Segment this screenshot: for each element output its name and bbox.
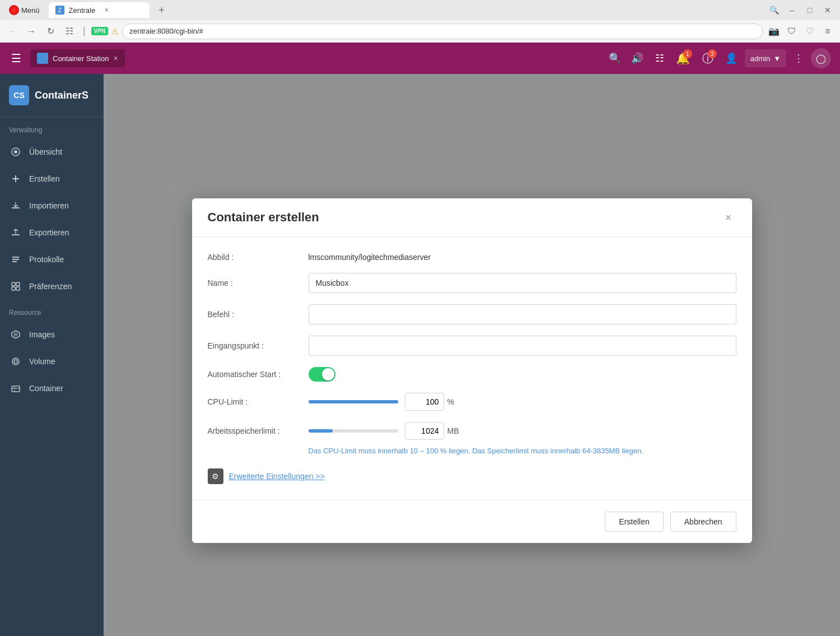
user-profile-button[interactable]: 👤 [722, 49, 740, 67]
close-browser-button[interactable]: ✕ [820, 2, 836, 18]
memory-slider-track[interactable] [309, 429, 398, 433]
forward-button[interactable]: → [24, 24, 39, 39]
eingangspunkt-row: Eingangspunkt : [208, 336, 736, 356]
search-browser-button[interactable]: 🔍 [766, 2, 782, 18]
opera-menu-button[interactable]: Menü [4, 3, 44, 17]
cpu-slider-track[interactable] [309, 400, 398, 403]
svg-rect-3 [15, 175, 16, 182]
importieren-icon [9, 199, 22, 212]
create-container-modal: Container erstellen × Abbild : lmscommun… [192, 198, 752, 543]
more-options-button[interactable]: ⋮ [791, 50, 806, 66]
tab-close-button[interactable]: × [102, 6, 111, 15]
exportieren-icon [9, 226, 22, 239]
protokolle-icon [9, 253, 22, 266]
importieren-label: Importieren [29, 201, 69, 210]
sidebar-item-protokolle[interactable]: Protokolle [0, 246, 104, 273]
memory-slider-row: MB [309, 422, 736, 440]
svg-rect-10 [16, 282, 20, 286]
svg-rect-8 [12, 261, 17, 262]
modal-close-button[interactable]: × [721, 210, 736, 225]
menu-dots-button[interactable]: ≡ [820, 24, 836, 39]
tab-title: Zentrale [69, 6, 96, 15]
info-notification-button[interactable]: ⓘ 3 [698, 48, 718, 68]
cpu-slider-fill [309, 400, 398, 403]
reload-button[interactable]: ↻ [43, 24, 58, 39]
name-input[interactable] [309, 273, 736, 293]
browser-tab[interactable]: Z Zentrale × [49, 2, 150, 18]
sidebar-item-images[interactable]: Images [0, 321, 104, 348]
minimize-button[interactable]: – [784, 2, 800, 18]
svg-rect-4 [12, 207, 20, 208]
sidebar-item-importieren[interactable]: Importieren [0, 192, 104, 219]
svg-rect-17 [12, 386, 20, 392]
svg-point-1 [14, 150, 17, 154]
cpu-input[interactable] [405, 393, 444, 411]
svg-rect-11 [12, 287, 15, 290]
advanced-settings-label: Erweiterte Einstellungen >> [229, 472, 325, 481]
app-tab-close-button[interactable]: × [113, 54, 118, 63]
abbild-row: Abbild : lmscommunity/logitechmediaserve… [208, 253, 736, 262]
app-container: CS ContainerS Verwaltung Übersicht Erste… [0, 74, 840, 636]
search-app-button[interactable]: 🔍 [606, 49, 624, 67]
address-bar[interactable]: zentrale:8080/cgi-bin/# [122, 24, 763, 39]
cpu-limit-label: CPU-Limit : [208, 397, 309, 406]
name-label: Name : [208, 278, 309, 287]
bell-badge: 1 [683, 49, 692, 58]
shield-button[interactable]: 🛡 [784, 24, 800, 39]
volume-button[interactable]: 🔊 [628, 49, 646, 67]
sidebar-item-erstellen[interactable]: Erstellen [0, 165, 104, 192]
menu-label: Menü [21, 6, 40, 15]
autostart-toggle[interactable] [309, 367, 335, 382]
cancel-button[interactable]: Abbrechen [670, 512, 736, 532]
user-menu-button[interactable]: admin ▼ [745, 49, 786, 67]
screenshot-button[interactable]: 📷 [766, 24, 782, 39]
warning-icon: ⚠ [111, 27, 119, 36]
tab-favicon: Z [55, 6, 64, 15]
dashboard-button[interactable]: ◯ [811, 48, 831, 68]
cpu-input-group: % [405, 393, 454, 411]
sidebar-section-management: Verwaltung [0, 117, 104, 138]
vpn-badge[interactable]: VPN [91, 27, 109, 35]
app-header: ☰ Container Station × 🔍 🔊 ☷ 🔔 1 ⓘ 3 👤 ad… [0, 43, 840, 74]
info-badge: 3 [708, 49, 717, 58]
ubersicht-label: Übersicht [29, 147, 62, 156]
bookmark-button[interactable]: ♡ [802, 24, 818, 39]
abbild-label: Abbild : [208, 253, 309, 262]
new-tab-button[interactable]: + [154, 2, 170, 18]
sidebar-item-praferenzen[interactable]: Präferenzen [0, 273, 104, 300]
hint-row: Das CPU-Limit muss innerhalb 10 – 100 % … [309, 444, 736, 455]
images-label: Images [29, 330, 55, 339]
befehl-input[interactable] [309, 304, 736, 324]
volume-icon [9, 355, 22, 368]
sidebar-item-volume[interactable]: Volume [0, 348, 104, 375]
sidebar-item-ubersicht[interactable]: Übersicht [0, 138, 104, 165]
images-icon [9, 328, 22, 341]
memory-input[interactable] [405, 422, 444, 440]
app-tab[interactable]: Container Station × [30, 49, 125, 67]
window-controls: 🔍 – □ ✕ [766, 2, 836, 18]
eingangspunkt-input[interactable] [309, 336, 736, 356]
abbild-value: lmscommunity/logitechmediaserver [309, 253, 431, 262]
advanced-settings-link[interactable]: ⚙ Erweiterte Einstellungen >> [208, 468, 736, 484]
maximize-button[interactable]: □ [802, 2, 818, 18]
create-button[interactable]: Erstellen [605, 512, 663, 532]
bell-notification-button[interactable]: 🔔 1 [673, 48, 693, 68]
back-button[interactable]: ← [4, 24, 20, 39]
user-dropdown-icon: ▼ [773, 54, 781, 63]
brand-text: ContainerS [35, 90, 88, 101]
cpu-slider-row: % [309, 393, 736, 411]
hamburger-menu-button[interactable]: ☰ [9, 49, 24, 67]
eingangspunkt-label: Eingangspunkt : [208, 341, 309, 350]
stack-button[interactable]: ☷ [651, 49, 669, 67]
extensions-button[interactable]: ☷ [62, 24, 77, 39]
sidebar-item-container[interactable]: Container [0, 375, 104, 402]
praferenzen-icon [9, 280, 22, 293]
autostart-row: Automatischer Start : [208, 367, 736, 382]
erstellen-label: Erstellen [29, 174, 59, 183]
memory-limit-row: Arbeitsspeicherlimit : MB [208, 422, 736, 440]
erstellen-icon [9, 172, 22, 185]
app-tab-icon [37, 53, 48, 64]
svg-point-16 [14, 360, 17, 363]
sidebar-item-exportieren[interactable]: Exportieren [0, 219, 104, 246]
brand-logo: CS [9, 85, 29, 105]
